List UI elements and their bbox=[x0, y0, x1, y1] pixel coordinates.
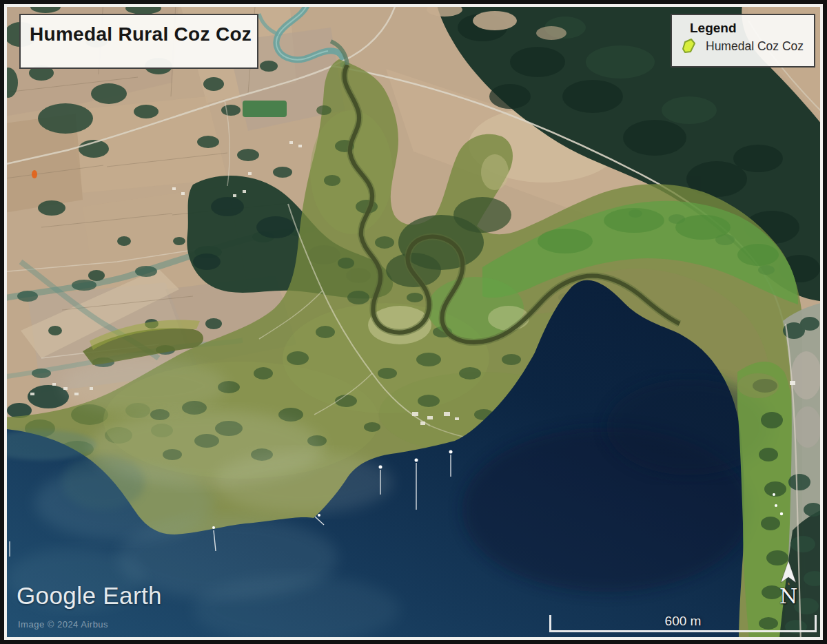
legend-title: Legend bbox=[690, 21, 814, 36]
google-earth-logo: GoogleEarth bbox=[17, 582, 162, 610]
north-arrow-icon bbox=[779, 560, 798, 585]
wetland-swatch-icon bbox=[680, 38, 697, 54]
scale-bar: 600 m bbox=[549, 615, 817, 632]
scale-bar-label: 600 m bbox=[665, 614, 702, 629]
map-title-box: Humedal Rural Coz Coz bbox=[19, 14, 258, 69]
legend-item-label: Humedal Coz Coz bbox=[706, 39, 804, 54]
wetland-swatch-shape bbox=[683, 39, 695, 52]
legend-box: Legend Humedal Coz Coz bbox=[671, 14, 815, 67]
imagery-copyright: Image © 2024 Airbus bbox=[18, 619, 108, 630]
map-figure: Humedal Rural Coz Coz Legend Humedal Coz… bbox=[0, 0, 827, 644]
north-arrow-label: N bbox=[779, 586, 797, 607]
map-title: Humedal Rural Coz Coz bbox=[30, 23, 257, 45]
google-earth-logo-google: Google bbox=[17, 582, 96, 609]
north-arrow: N bbox=[773, 560, 804, 614]
legend-item-humedal: Humedal Coz Coz bbox=[680, 38, 814, 54]
satellite-map bbox=[0, 0, 827, 644]
google-earth-logo-earth: Earth bbox=[103, 582, 162, 609]
